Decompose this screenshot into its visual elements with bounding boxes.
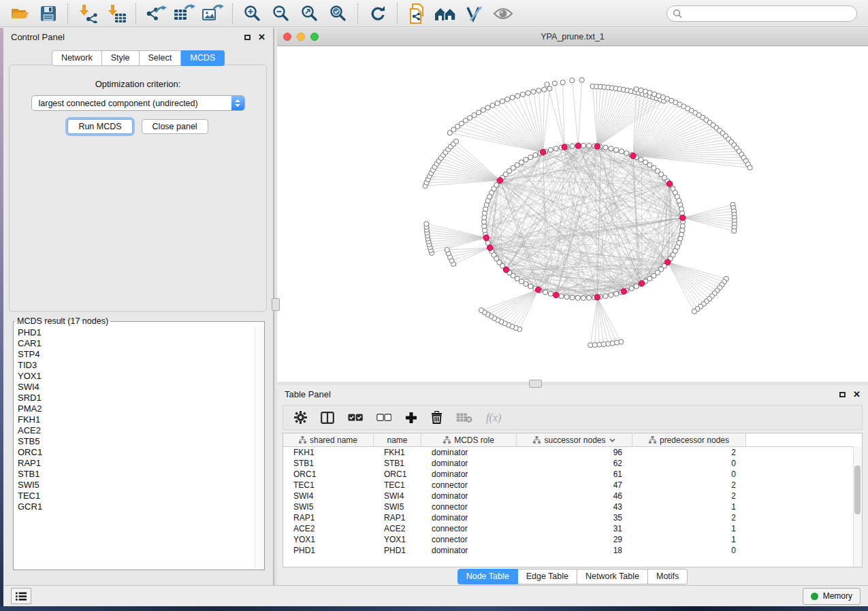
- table-row[interactable]: TEC1TEC1connector472: [283, 480, 862, 491]
- mcds-result-item[interactable]: TID3: [18, 360, 255, 371]
- float-panel-icon[interactable]: [839, 392, 846, 397]
- mcds-result-item[interactable]: STB1: [18, 469, 255, 480]
- table-row[interactable]: SWI4SWI4dominator462: [283, 491, 862, 501]
- tab-edge-table[interactable]: Edge Table: [518, 569, 577, 584]
- table-row[interactable]: STB1STB1dominator620: [283, 458, 862, 469]
- new-network-from-file-button[interactable]: [403, 2, 432, 25]
- run-mcds-button[interactable]: Run MCDS: [67, 119, 132, 134]
- import-network-button[interactable]: [74, 2, 102, 25]
- delete-table-button[interactable]: [456, 412, 472, 423]
- open-file-button[interactable]: [5, 2, 34, 25]
- horizontal-splitter-grabber[interactable]: [529, 380, 542, 388]
- table-cell: 29: [517, 534, 632, 545]
- tab-style[interactable]: Style: [102, 50, 140, 66]
- mcds-result-item[interactable]: PHD1: [18, 327, 255, 338]
- table-scrollbar-thumb[interactable]: [854, 465, 861, 514]
- export-network-button[interactable]: [142, 2, 170, 25]
- column-header-filler: [746, 433, 862, 446]
- close-panel-button[interactable]: Close panel: [142, 119, 208, 134]
- gear-button[interactable]: [294, 411, 307, 424]
- mcds-result-item[interactable]: CAR1: [18, 338, 255, 349]
- task-history-button[interactable]: [11, 588, 31, 604]
- table-cell: dominator: [421, 469, 517, 480]
- mcds-result-item[interactable]: TEC1: [18, 491, 255, 501]
- deselect-all-icon: [376, 414, 391, 421]
- memory-status-dot: [811, 593, 818, 600]
- deselect-all-button[interactable]: [376, 414, 391, 421]
- zoom-selected-button[interactable]: [324, 2, 353, 25]
- network-canvas[interactable]: [277, 46, 868, 382]
- search-box[interactable]: [666, 5, 857, 22]
- tab-network-table[interactable]: Network Table: [577, 569, 648, 584]
- export-table-button[interactable]: [170, 2, 199, 25]
- mcds-list-scrollbar[interactable]: [255, 327, 263, 569]
- mcds-result-item[interactable]: SRD1: [18, 393, 255, 403]
- graphics-details-button[interactable]: [460, 2, 489, 25]
- mcds-result-item[interactable]: RAP1: [18, 458, 255, 469]
- zoom-fit-button[interactable]: [295, 2, 324, 25]
- tab-motifs[interactable]: Motifs: [648, 569, 688, 584]
- table-cell: 2: [632, 480, 746, 491]
- close-panel-icon[interactable]: ✕: [258, 33, 266, 42]
- delete-column-icon: [431, 411, 443, 424]
- welcome-screen-button[interactable]: [432, 2, 460, 25]
- column-header-shared-name[interactable]: shared name: [283, 433, 374, 446]
- table-row[interactable]: ACE2ACE2connector311: [283, 523, 862, 534]
- column-header-name[interactable]: name: [374, 433, 421, 446]
- column-header-MCDS-role[interactable]: MCDS role: [421, 433, 517, 446]
- mcds-result-item[interactable]: PMA2: [18, 403, 255, 414]
- table-cell: FKH1: [283, 447, 374, 458]
- table-scrollbar[interactable]: [853, 446, 862, 567]
- table-cell: 1: [632, 501, 746, 512]
- mcds-result-item[interactable]: YOX1: [18, 371, 255, 382]
- mcds-result-item[interactable]: SWI4: [18, 382, 255, 393]
- save-session-button[interactable]: [34, 2, 63, 25]
- column-header-predecessor-nodes[interactable]: predecessor nodes: [632, 433, 746, 446]
- welcome-screen-icon: [434, 5, 457, 22]
- mcds-result-item[interactable]: SWI5: [18, 480, 255, 491]
- add-column-button[interactable]: [405, 412, 417, 424]
- select-all-button[interactable]: [348, 414, 363, 421]
- search-input[interactable]: [686, 8, 851, 19]
- column-header-successor-nodes[interactable]: successor nodes: [517, 433, 632, 446]
- mcds-result-item[interactable]: STB5: [18, 436, 255, 447]
- table-cell: 43: [517, 501, 632, 512]
- refresh-layout-button[interactable]: [364, 2, 392, 25]
- tab-node-table[interactable]: Node Table: [457, 569, 518, 584]
- window-minimize-icon[interactable]: [297, 33, 305, 41]
- float-panel-icon[interactable]: [244, 35, 251, 40]
- mcds-result-item[interactable]: GCR1: [18, 501, 255, 512]
- mcds-result-item[interactable]: ACE2: [18, 425, 255, 436]
- tab-mcds[interactable]: MCDS: [181, 50, 225, 66]
- table-row[interactable]: PHD1PHD1dominator180: [283, 545, 862, 556]
- mcds-result-item[interactable]: FKH1: [18, 414, 255, 425]
- criterion-dropdown[interactable]: largest connected component (undirected): [31, 95, 245, 111]
- import-table-button[interactable]: [102, 2, 131, 25]
- zoom-out-button[interactable]: [267, 2, 295, 25]
- zoom-in-button[interactable]: [238, 2, 267, 25]
- overview-eye-button[interactable]: [489, 2, 517, 25]
- network-window-title: YPA_prune.txt_1: [541, 32, 605, 42]
- tab-select[interactable]: Select: [140, 50, 182, 66]
- table-row[interactable]: RAP1RAP1dominator352: [283, 512, 862, 523]
- close-panel-icon[interactable]: ✕: [853, 390, 861, 399]
- columns-button[interactable]: [321, 412, 334, 424]
- table-row[interactable]: YOX1YOX1connector291: [283, 534, 862, 545]
- table-row[interactable]: FKH1FKH1dominator962: [283, 447, 862, 458]
- mcds-result-item[interactable]: STP4: [18, 349, 255, 360]
- window-maximize-icon[interactable]: [310, 33, 319, 41]
- table-row[interactable]: ORC1ORC1dominator610: [283, 469, 862, 480]
- table-row[interactable]: SWI5SWI5connector431: [283, 501, 862, 512]
- vertical-splitter-grabber[interactable]: [272, 298, 280, 311]
- table-cell: dominator: [421, 512, 517, 523]
- desktop-wallpaper-bottom: [0, 606, 868, 611]
- delete-column-button[interactable]: [431, 411, 443, 424]
- window-close-icon[interactable]: [283, 33, 291, 41]
- export-image-button[interactable]: [199, 2, 227, 25]
- memory-button[interactable]: Memory: [803, 588, 861, 605]
- mcds-result-item[interactable]: ORC1: [18, 447, 255, 458]
- network-window-titlebar[interactable]: YPA_prune.txt_1: [277, 28, 868, 46]
- new-network-from-file-icon: [408, 3, 427, 24]
- tab-network[interactable]: Network: [52, 50, 102, 66]
- function-builder-button[interactable]: f(x): [486, 412, 501, 424]
